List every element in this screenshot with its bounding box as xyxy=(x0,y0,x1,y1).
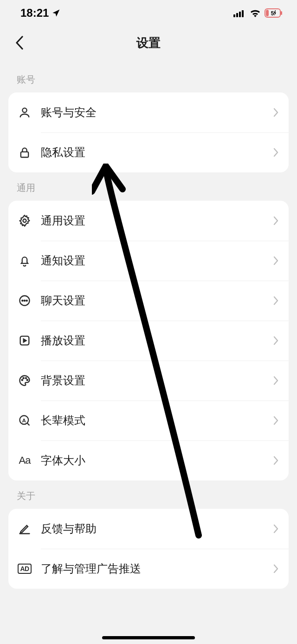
pencil-icon xyxy=(17,521,32,537)
row-playback-settings[interactable]: 播放设置 xyxy=(8,321,289,361)
svg-line-22 xyxy=(27,423,30,426)
palette-icon xyxy=(17,373,32,388)
bell-icon xyxy=(17,253,32,269)
row-chat-settings[interactable]: 聊天设置 xyxy=(8,281,289,321)
svg-rect-3 xyxy=(242,10,244,17)
status-time: 18:21 xyxy=(20,7,49,20)
chevron-right-icon xyxy=(273,216,278,225)
chevron-right-icon xyxy=(273,416,278,425)
lock-icon xyxy=(17,145,32,160)
svg-point-14 xyxy=(26,300,27,301)
wifi-icon xyxy=(250,9,261,17)
home-indicator[interactable] xyxy=(102,636,195,639)
svg-point-13 xyxy=(24,300,25,301)
svg-rect-6 xyxy=(281,11,282,15)
row-label: 播放设置 xyxy=(41,333,265,348)
chevron-right-icon xyxy=(273,524,278,533)
svg-text:5: 5 xyxy=(271,10,274,17)
row-label: 背景设置 xyxy=(41,373,265,388)
chat-icon xyxy=(17,293,32,309)
svg-marker-16 xyxy=(24,339,26,342)
row-feedback[interactable]: 反馈与帮助 xyxy=(8,509,289,549)
row-label: 字体大小 xyxy=(41,453,265,468)
chevron-right-icon xyxy=(273,256,278,265)
page-title: 设置 xyxy=(136,35,161,51)
chevron-right-icon xyxy=(273,456,278,465)
section-label-general: 通用 xyxy=(0,172,297,201)
row-label: 了解与管理广告推送 xyxy=(41,561,265,576)
section-label-account: 账号 xyxy=(0,64,297,92)
row-account-security[interactable]: 账号与安全 xyxy=(8,92,289,132)
user-icon xyxy=(17,105,32,120)
row-label: 通知设置 xyxy=(41,253,265,268)
svg-point-8 xyxy=(22,108,26,112)
gear-icon xyxy=(17,213,32,229)
svg-rect-5 xyxy=(266,10,269,16)
section-label-about: 关于 xyxy=(0,480,297,509)
chevron-right-icon xyxy=(273,108,278,117)
row-general-settings[interactable]: 通用设置 xyxy=(8,201,289,241)
play-icon xyxy=(17,333,32,348)
svg-rect-9 xyxy=(21,152,28,158)
battery-icon: 5 xyxy=(265,8,283,18)
chevron-right-icon xyxy=(273,148,278,157)
svg-point-17 xyxy=(22,380,23,381)
account-card: 账号与安全 隐私设置 xyxy=(8,92,289,172)
row-background-settings[interactable]: 背景设置 xyxy=(8,361,289,401)
row-elder-mode[interactable]: A 长辈模式 xyxy=(8,401,289,440)
signal-icon xyxy=(233,9,246,17)
back-button[interactable] xyxy=(9,33,30,53)
svg-rect-2 xyxy=(239,12,241,17)
ad-icon: AD xyxy=(17,561,32,577)
row-label: 反馈与帮助 xyxy=(41,521,265,536)
chevron-right-icon xyxy=(273,336,278,345)
row-label: 账号与安全 xyxy=(41,105,265,120)
magnify-a-icon: A xyxy=(17,413,32,428)
svg-point-19 xyxy=(26,378,26,379)
back-icon xyxy=(15,36,24,50)
row-label: 通用设置 xyxy=(41,213,265,228)
svg-rect-0 xyxy=(233,14,235,17)
row-ad-management[interactable]: AD 了解与管理广告推送 xyxy=(8,549,289,589)
svg-point-18 xyxy=(23,378,24,379)
row-notification-settings[interactable]: 通知设置 xyxy=(8,241,289,281)
svg-point-20 xyxy=(27,380,28,381)
about-card: 反馈与帮助 AD 了解与管理广告推送 xyxy=(8,509,289,589)
svg-point-10 xyxy=(23,219,26,223)
svg-point-12 xyxy=(22,300,23,301)
svg-rect-1 xyxy=(236,13,238,17)
chevron-right-icon xyxy=(273,296,278,305)
svg-text:A: A xyxy=(22,417,26,423)
row-label: 隐私设置 xyxy=(41,145,265,160)
row-privacy[interactable]: 隐私设置 xyxy=(8,132,289,172)
font-size-icon: Aa xyxy=(17,453,32,468)
header: 设置 xyxy=(0,24,297,64)
chevron-right-icon xyxy=(273,564,278,573)
row-label: 长辈模式 xyxy=(41,413,265,428)
general-card: 通用设置 通知设置 聊天设置 播放设置 背景设置 A 长辈模式 xyxy=(8,201,289,480)
chevron-right-icon xyxy=(273,376,278,385)
location-icon xyxy=(52,9,60,18)
status-bar: 18:21 5 xyxy=(0,0,297,24)
row-font-size[interactable]: Aa 字体大小 xyxy=(8,440,289,480)
row-label: 聊天设置 xyxy=(41,293,265,308)
